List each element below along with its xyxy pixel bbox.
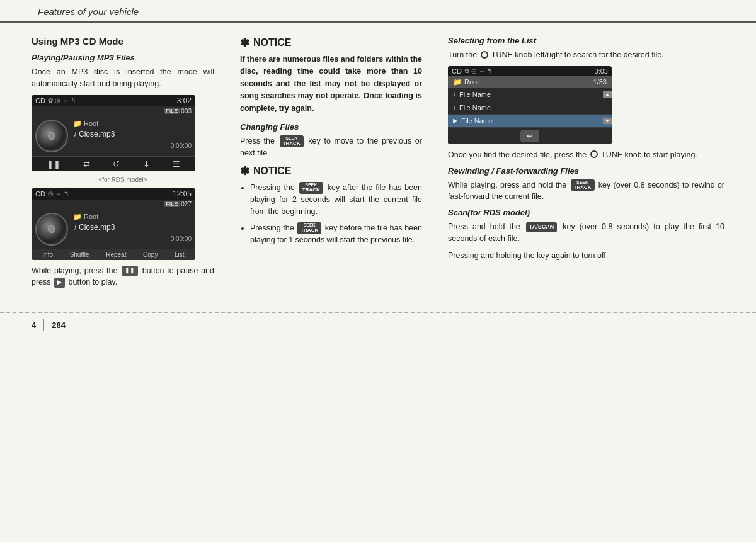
sub2-text: Press the SEEK TRACK key to move to the … (240, 135, 422, 159)
cd-body-1: 📁 Root ♪ Close.mp3 0:00:00 (32, 116, 195, 156)
notice-box-1: ✽ NOTICE If there are numerous files and… (240, 36, 422, 115)
cd-topbar-2: CD ◎ ↔ ↰ 12:05 (32, 188, 195, 200)
list-item-3[interactable]: ▶ File Name ▼ (448, 115, 612, 128)
notice2-list: Pressing the SEEK TRACK key after the fi… (240, 182, 422, 247)
cd-info-2: 📁 Root ♪ Close.mp3 0:00:00 (73, 213, 192, 242)
footer-doc-num: 284 (52, 320, 66, 330)
list-item-2[interactable]: ♪ File Name (448, 101, 612, 115)
notice-box-2: ✽ NOTICE Pressing the SEEK TRACK key aft… (240, 164, 422, 247)
cd-bottom-bar-2: Info Shuffle Repeat Copy List (32, 249, 195, 260)
file-tag-1: FILE (164, 108, 180, 114)
right-column: Selecting from the List Turn the TUNE kn… (435, 36, 724, 293)
cd-label-1: CD (35, 97, 45, 104)
list-item-1[interactable]: ♪ File Name ▲ (448, 88, 612, 101)
cd-time-2: 12:05 (173, 189, 192, 198)
middle-column: ✽ NOTICE If there are numerous files and… (227, 36, 435, 293)
cd-info-1: 📁 Root ♪ Close.mp3 0:00:00 (73, 120, 192, 149)
scroll-down-btn[interactable]: ▼ (603, 118, 612, 124)
seek-track-badge-3: SEEK TRACK (297, 222, 321, 234)
ta-scan-badge: TA/SCAN (526, 222, 557, 232)
cd-list-screen: CD ✿ ◎ ↔ ↰ 3:03 📁 Root (448, 66, 612, 144)
cd-list-time: 3:03 (595, 67, 608, 75)
sub5-text2: Pressing and holding the key again to tu… (448, 250, 724, 262)
scroll-up-btn[interactable]: ▲ (603, 91, 612, 98)
footer-divider (43, 319, 44, 331)
cd-progress-2: 0:00:00 (73, 235, 192, 242)
main-content: Using MP3 CD Mode Playing/Pausing MP3 Fi… (0, 23, 756, 306)
notice2-item-2: Pressing the SEEK TRACK key before the f… (250, 222, 422, 247)
cd-screen-2: CD ◎ ↔ ↰ 12:05 FILE 027 (32, 188, 195, 260)
cd-disc-1 (35, 120, 68, 152)
rds-label: <for RDS model> (32, 176, 214, 183)
notice-title-2: ✽ NOTICE (240, 164, 422, 178)
page-title: Features of your vehicle (38, 6, 718, 21)
sub1-title: Playing/Pausing MP3 Files (32, 53, 214, 62)
page: Features of your vehicle Using MP3 CD Mo… (0, 0, 756, 542)
file-num-1: 003 (181, 108, 192, 115)
cd-folder-2: 📁 Root (73, 213, 192, 221)
cd-progress-1: 0:00:00 (73, 142, 192, 149)
list-btn[interactable]: List (175, 251, 185, 258)
cd-filename-1: ♪ Close.mp3 (73, 130, 192, 138)
cd-list-topbar: CD ✿ ◎ ↔ ↰ 3:03 (448, 66, 612, 76)
cd-disc-2 (35, 213, 68, 246)
save-btn-1[interactable]: ⬇ (143, 159, 150, 169)
seek-track-badge-2: SEEK TRACK (299, 182, 323, 193)
notice2-item-1: Pressing the SEEK TRACK key after the fi… (250, 182, 422, 218)
sub3-after: Once you find the desired file, press th… (448, 149, 724, 161)
seek-track-badge-4: SEEK TRACK (571, 179, 595, 191)
pause-inline-btn[interactable]: ❚❚ (122, 266, 138, 276)
footer-page: 4 (32, 320, 36, 330)
sub3-intro: Turn the TUNE knob left/right to search … (448, 49, 724, 61)
cd-label-2: CD (35, 190, 45, 198)
repeat-btn[interactable]: Repeat (106, 251, 126, 258)
seek-track-badge-1: SEEK TRACK (280, 135, 304, 147)
pause-play-text: While playing, press the ❚❚ button to pa… (32, 265, 214, 289)
pause-btn-1[interactable]: ❚❚ (47, 159, 60, 169)
cd-controls-1: ❚❚ ⇄ ↺ ⬇ ☰ (32, 156, 195, 171)
cd-list-back: ↩ (448, 128, 612, 144)
file-num-2: 027 (181, 201, 192, 208)
cd-screen-1: CD ✿ ◎ ↔ ↰ 3:02 FILE 003 (32, 95, 195, 171)
file-tag-2: FILE (164, 201, 180, 207)
sub5-text1: Press and hold the TA/SCAN key (over 0.8… (448, 221, 724, 245)
cd-folder-1: 📁 Root (73, 120, 192, 128)
page-header: Features of your vehicle (0, 0, 756, 23)
tune-circle-2-icon (590, 150, 598, 158)
cd-icons-1: ✿ ◎ ↔ ↰ (48, 97, 76, 104)
cd-filename-2: ♪ Close.mp3 (73, 223, 192, 232)
left-column: Using MP3 CD Mode Playing/Pausing MP3 Fi… (32, 36, 227, 293)
list-btn-1[interactable]: ☰ (173, 159, 180, 169)
notice-title-1: ✽ NOTICE (240, 36, 422, 50)
shuffle-btn[interactable]: Shuffle (70, 251, 89, 258)
notice1-text: If there are numerous files and folders … (240, 54, 422, 115)
info-btn[interactable]: Info (42, 251, 53, 258)
sub2-title: Changing Files (240, 122, 422, 132)
main-section-title: Using MP3 CD Mode (32, 36, 214, 47)
cd-list-page: 1/33 (593, 78, 607, 86)
sub5-title: Scan(for RDS model) (448, 208, 724, 217)
play-inline-btn[interactable]: ▶ (54, 278, 65, 288)
cd-icons-2: ◎ ↔ ↰ (48, 190, 69, 197)
copy-btn[interactable]: Copy (143, 251, 158, 258)
tune-circle-icon (481, 51, 488, 59)
sub4-title: Rewinding / Fast-forwarding Files (448, 166, 724, 176)
cd-topbar-1: CD ✿ ◎ ↔ ↰ 3:02 (32, 95, 195, 106)
repeat-btn-1[interactable]: ↺ (113, 159, 120, 169)
shuffle-btn-1[interactable]: ⇄ (83, 159, 90, 169)
cd-list-root: 📁 Root 1/33 (448, 76, 612, 88)
sub3-title: Selecting from the List (448, 36, 724, 45)
cd-body-2: 📁 Root ♪ Close.mp3 0:00:00 (32, 209, 195, 249)
sub4-text: While playing, press and hold the SEEK T… (448, 179, 724, 203)
cd-time-1: 3:02 (177, 96, 192, 105)
sub1-text: Once an MP3 disc is inserted the mode wi… (32, 66, 214, 90)
back-btn[interactable]: ↩ (520, 130, 539, 142)
page-footer: 4 284 (0, 312, 756, 336)
cd-list-label: CD (452, 67, 462, 75)
